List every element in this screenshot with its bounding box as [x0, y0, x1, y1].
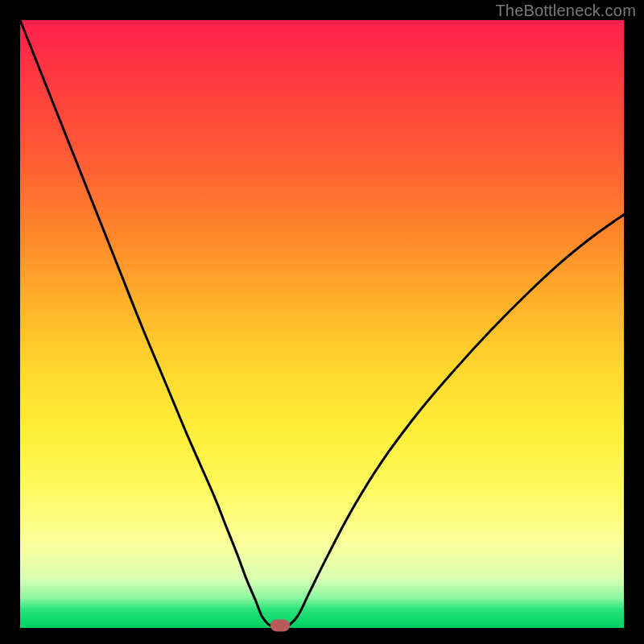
plot-area [20, 20, 624, 628]
watermark-text: TheBottleneck.com [495, 2, 636, 20]
optimal-marker [270, 619, 290, 631]
bottleneck-curve [20, 20, 624, 628]
chart-frame: TheBottleneck.com [0, 0, 644, 644]
